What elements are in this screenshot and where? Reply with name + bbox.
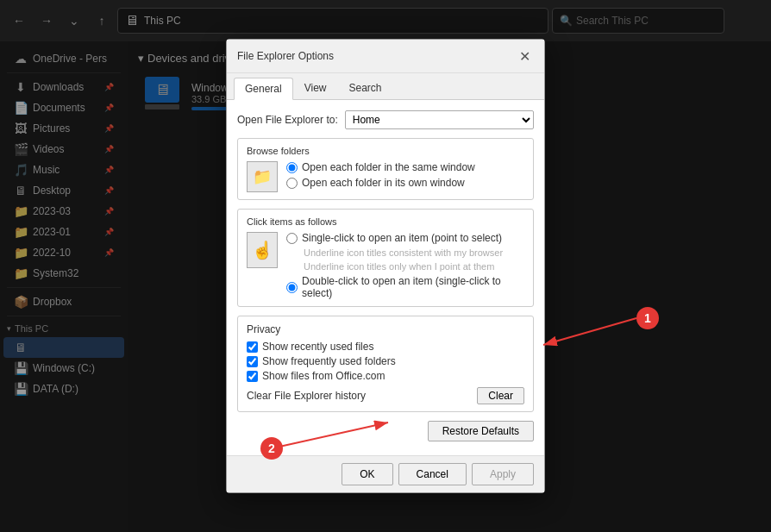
restore-defaults-button[interactable]: Restore Defaults	[428, 421, 534, 441]
privacy-check3[interactable]: Show files from Office.com	[247, 370, 524, 382]
click-double-label: Double-click to open an item (single-cli…	[302, 275, 524, 299]
click-options: ☝ Single-click to open an item (point to…	[247, 232, 524, 299]
click-radio-double[interactable]	[286, 282, 298, 293]
privacy-check2-label: Show frequently used folders	[262, 355, 396, 367]
click-single-label: Single-click to open an item (point to s…	[302, 232, 502, 244]
dialog-footer: OK Cancel Apply	[227, 455, 544, 492]
click-double-option[interactable]: Double-click to open an item (single-cli…	[286, 275, 524, 299]
click-single-option[interactable]: Single-click to open an item (point to s…	[286, 232, 524, 244]
dialog-title: File Explorer Options	[237, 50, 334, 62]
annotation-1: 1	[636, 307, 659, 329]
browse-options: 📁 Open each folder in the same window Op…	[247, 161, 524, 192]
privacy-clear-row: Clear File Explorer history Clear	[247, 387, 524, 404]
dialog-body: Open File Explorer to: Home Browse folde…	[227, 100, 544, 455]
browse-folders-section: Browse folders 📁 Open each folder in the…	[237, 138, 534, 200]
browse-radio-group: Open each folder in the same window Open…	[286, 161, 475, 189]
tab-general[interactable]: General	[234, 78, 293, 100]
clear-history-label: Clear File Explorer history	[247, 390, 366, 402]
apply-button[interactable]: Apply	[472, 463, 534, 485]
privacy-check3-label: Show files from Office.com	[262, 370, 386, 382]
tab-view[interactable]: View	[293, 77, 338, 99]
cancel-button[interactable]: Cancel	[398, 463, 467, 485]
privacy-check1-label: Show recently used files	[262, 341, 373, 353]
privacy-check2[interactable]: Show frequently used folders	[247, 355, 524, 367]
click-sub1: Underline icon titles consistent with my…	[304, 247, 524, 258]
browse-radio-1[interactable]	[286, 162, 298, 173]
dialog-title-bar: File Explorer Options ✕	[227, 40, 544, 73]
click-sub2: Underline icon titles only when I point …	[304, 261, 524, 272]
open-select[interactable]: Home	[345, 110, 534, 129]
dialog-tabs: General View Search	[227, 73, 544, 100]
browse-option1-label: Open each folder in the same window	[302, 161, 475, 173]
browse-option2[interactable]: Open each folder in its own window	[286, 177, 475, 189]
open-label: Open File Explorer to:	[237, 114, 338, 126]
browse-label: Browse folders	[247, 146, 524, 156]
privacy-label: Privacy	[247, 323, 524, 335]
click-radio-single[interactable]	[286, 233, 298, 244]
privacy-checkbox-2[interactable]	[247, 356, 258, 367]
clear-button[interactable]: Clear	[477, 387, 524, 404]
annotation-2: 2	[260, 437, 283, 460]
folder-preview-icon: 📁	[247, 161, 278, 192]
dialog-close-button[interactable]: ✕	[515, 47, 534, 66]
browse-radio-2[interactable]	[286, 178, 298, 189]
cursor-preview-icon: ☝	[247, 232, 278, 268]
restore-row: Restore Defaults	[237, 421, 534, 445]
click-radio-group: Single-click to open an item (point to s…	[286, 232, 524, 299]
browse-option2-label: Open each folder in its own window	[302, 177, 465, 189]
privacy-checkbox-3[interactable]	[247, 371, 258, 382]
tab-search[interactable]: Search	[338, 77, 393, 99]
click-items-section: Click items as follows ☝ Single-click to…	[237, 209, 534, 307]
privacy-section: Privacy Show recently used files Show fr…	[237, 316, 534, 412]
dialog-overlay: File Explorer Options ✕ General View Sea…	[0, 0, 771, 532]
file-explorer-options-dialog: File Explorer Options ✕ General View Sea…	[226, 39, 545, 493]
browse-option1[interactable]: Open each folder in the same window	[286, 161, 475, 173]
click-label: Click items as follows	[247, 216, 524, 227]
privacy-check1[interactable]: Show recently used files	[247, 341, 524, 353]
privacy-checkbox-1[interactable]	[247, 341, 258, 353]
ok-button[interactable]: OK	[342, 463, 392, 485]
open-explorer-row: Open File Explorer to: Home	[237, 110, 534, 129]
